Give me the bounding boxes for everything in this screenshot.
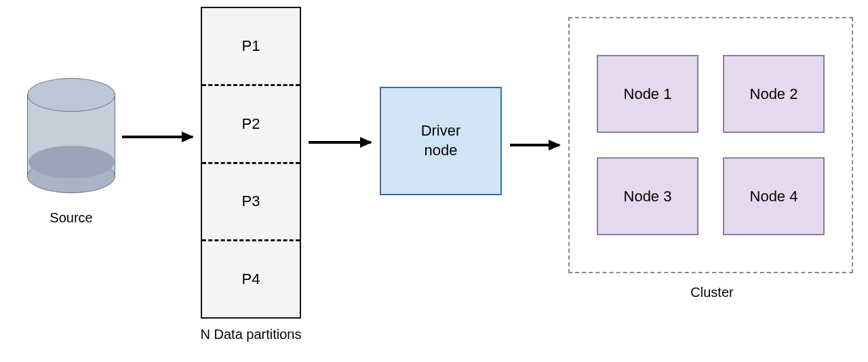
partition-p1: P1 [202, 8, 300, 84]
cluster-node-3: Node 3 [597, 157, 698, 235]
partition-p4: P4 [202, 239, 300, 317]
partitions-caption: N Data partitions [194, 327, 308, 342]
driver-label: Driver node [421, 121, 461, 160]
cluster-box: Node 1 Node 2 Node 3 Node 4 [568, 17, 853, 273]
arrow-partitions-to-driver [309, 141, 371, 144]
cluster-node-2: Node 2 [723, 55, 825, 133]
arrow-driver-to-cluster [510, 144, 559, 146]
cluster-caption: Cluster [678, 285, 746, 300]
partitions-column: P1 P2 P3 P4 [201, 7, 301, 319]
partition-p2: P2 [202, 84, 300, 162]
database-icon [27, 78, 115, 193]
diagram-stage: Source P1 P2 P3 P4 N Data partitions Dri… [0, 0, 868, 362]
cluster-node-1: Node 1 [597, 55, 698, 133]
partition-p3: P3 [202, 162, 300, 240]
source-label: Source [41, 210, 102, 226]
driver-node: Driver node [380, 87, 502, 195]
cluster-node-4: Node 4 [723, 157, 825, 235]
arrow-source-to-partitions [122, 136, 193, 138]
